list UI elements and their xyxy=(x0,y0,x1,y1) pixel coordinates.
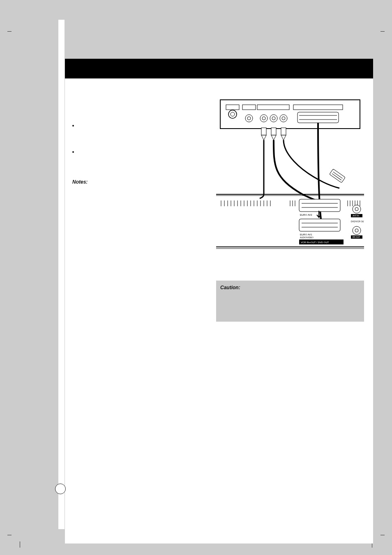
svg-rect-21 xyxy=(330,169,346,183)
svg-rect-14 xyxy=(293,105,343,110)
svg-rect-15 xyxy=(297,112,339,123)
svg-point-5 xyxy=(245,115,253,122)
svg-rect-18 xyxy=(261,128,266,135)
svg-text:AUDIO/VIDEO: AUDIO/VIDEO xyxy=(300,236,314,239)
connection-diagram: EURO AV2 EURO AV1 AUDIO/VIDEO VCR IN+OUT… xyxy=(216,96,364,260)
svg-text:ANT.IN: ANT.IN xyxy=(353,214,359,217)
page-number xyxy=(55,484,66,494)
svg-rect-3 xyxy=(226,105,239,110)
bullet-item xyxy=(78,122,208,128)
svg-rect-27 xyxy=(299,199,340,212)
document-page: Notes: xyxy=(0,0,392,555)
svg-point-38 xyxy=(353,205,361,213)
caution-label: Caution: xyxy=(220,285,240,290)
notes-heading: Notes: xyxy=(72,179,208,185)
svg-point-1 xyxy=(228,110,237,118)
caution-box: Caution: xyxy=(216,281,364,322)
svg-rect-19 xyxy=(271,128,276,135)
svg-rect-20 xyxy=(281,128,286,135)
svg-text:EURO AV2: EURO AV2 xyxy=(300,214,312,216)
svg-rect-0 xyxy=(220,100,360,129)
svg-point-8 xyxy=(260,115,267,122)
svg-text:DVD/VCR OUT: DVD/VCR OUT xyxy=(351,220,364,223)
svg-point-12 xyxy=(280,115,287,122)
svg-text:VCR IN+OUT / DVD OUT: VCR IN+OUT / DVD OUT xyxy=(301,241,329,244)
tab-strip xyxy=(58,20,65,529)
svg-text:RF.OUT: RF.OUT xyxy=(353,236,360,238)
svg-point-10 xyxy=(270,115,277,122)
svg-rect-31 xyxy=(299,219,340,231)
bullet-item xyxy=(78,149,208,154)
svg-text:EURO AV1: EURO AV1 xyxy=(300,233,312,236)
page-sheet: Notes: xyxy=(12,16,380,541)
notes-column: Notes: xyxy=(72,122,208,185)
svg-point-43 xyxy=(353,226,361,235)
svg-rect-4 xyxy=(242,105,256,110)
svg-rect-7 xyxy=(257,105,289,110)
section-title-bar xyxy=(65,59,373,78)
